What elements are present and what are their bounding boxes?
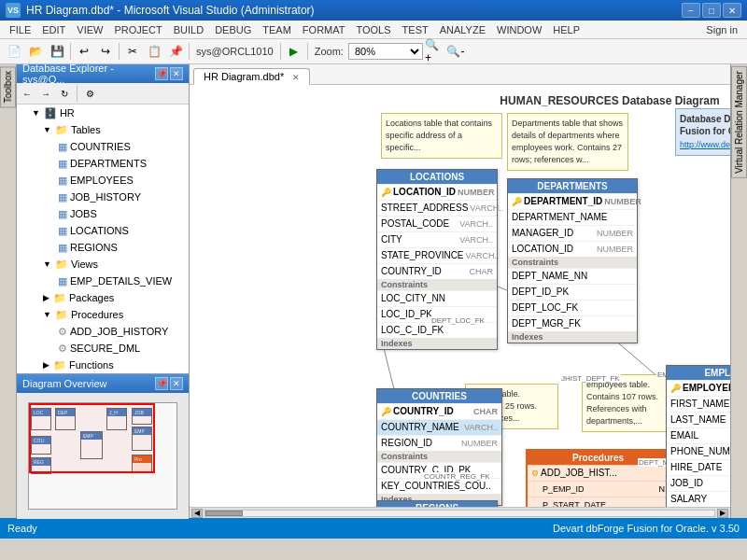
table-locations-state[interactable]: STATE_PROVINCE VARCH.. <box>377 247 497 263</box>
table-countries-id[interactable]: 🔑 COUNTRY_ID CHAR <box>377 403 501 419</box>
tree-item-tables[interactable]: ▼ 📁 Tables <box>17 121 189 138</box>
explorer-filter-button[interactable]: ⚙ <box>81 85 98 102</box>
open-button[interactable]: 📂 <box>25 42 46 61</box>
tab-hr-diagram-close[interactable]: ✕ <box>292 73 300 82</box>
tree-item-emp-details-view[interactable]: ▦ EMP_DETAILS_VIEW <box>17 273 189 289</box>
cut-button[interactable]: ✂ <box>122 42 143 61</box>
tree-item-locations[interactable]: ▦ LOCATIONS <box>17 222 189 239</box>
table-departments-manager[interactable]: MANAGER_ID NUMBER <box>508 225 637 241</box>
horizontal-scrollbar[interactable]: ◀ ▶ <box>190 507 730 518</box>
table-countries-name[interactable]: COUNTRY_NAME VARCH.. <box>377 419 501 435</box>
table-emp-salary[interactable]: SALARYNUMBER <box>667 491 730 507</box>
table-locations-location-id[interactable]: 🔑 LOCATION_ID NUMBER <box>377 184 497 200</box>
table-dept-const2[interactable]: DEPT_ID_PK <box>508 284 637 300</box>
tree-item-procedures[interactable]: ▼ 📁 Procedures <box>17 306 189 323</box>
table-emp-email[interactable]: EMAILVARCHAR2 <box>667 427 730 443</box>
table-emp-first-name[interactable]: FIRST_NAMEVARCHAR2 <box>667 396 730 412</box>
diagram-area[interactable]: HUMAN_RESOURCES Database Diagram <box>190 85 730 507</box>
panel-close-button[interactable]: ✕ <box>170 67 183 80</box>
toolbox-tab[interactable]: Toolbox <box>0 66 16 107</box>
menu-help[interactable]: HELP <box>547 22 585 37</box>
menu-tools[interactable]: TOOLS <box>350 22 396 37</box>
tree-item-countries[interactable]: ▦ COUNTRIES <box>17 138 189 155</box>
close-button[interactable]: ✕ <box>723 3 741 18</box>
scroll-left-button[interactable]: ◀ <box>191 509 203 518</box>
paste-button[interactable]: 📌 <box>165 42 186 61</box>
scroll-right-button[interactable]: ▶ <box>717 509 728 518</box>
table-dept-const3[interactable]: DEPT_LOC_FK <box>508 300 637 315</box>
tree-item-jobs[interactable]: ▦ JOBS <box>17 205 189 222</box>
table-locations-postal[interactable]: POSTAL_CODE VARCH.. <box>377 216 497 231</box>
proc-add-job[interactable]: ⚙ ADD_JOB_HIST... <box>528 465 669 481</box>
tree-item-hr[interactable]: ▼ 🗄️ HR <box>17 105 189 121</box>
signin-button[interactable]: Sign in <box>700 22 743 37</box>
table-employees[interactable]: EMPLOYEES 🔑 EMPLOYEE_ID NUMBER FIRST_NAM… <box>666 365 730 507</box>
tree-item-regions[interactable]: ▦ REGIONS <box>17 239 189 256</box>
tree-item-packages[interactable]: ▶ 📁 Packages <box>17 289 189 306</box>
explorer-back-button[interactable]: ← <box>19 85 35 102</box>
table-locations-const1[interactable]: LOC_CITY_NN <box>377 290 497 306</box>
table-emp-last-name[interactable]: LAST_NAMEVARCHAR2 <box>667 412 730 427</box>
table-locations-street[interactable]: STREET_ADDRESS VARCH.. <box>377 200 497 216</box>
table-departments-dept-id[interactable]: 🔑 DEPARTMENT_ID NUMBER <box>508 193 637 209</box>
panel-pin-button[interactable]: 📌 <box>155 67 168 80</box>
table-countries-region[interactable]: REGION_ID NUMBER <box>377 435 501 451</box>
overview-viewport[interactable] <box>29 403 155 473</box>
explorer-forward-button[interactable]: → <box>37 85 54 102</box>
overview-canvas[interactable]: LOC DEP COU REG <box>17 393 189 519</box>
menu-window[interactable]: WINDOW <box>491 22 547 37</box>
overview-minimap[interactable]: LOC DEP COU REG <box>28 402 177 510</box>
menu-debug[interactable]: DEBUG <box>209 22 257 37</box>
undo-button[interactable]: ↩ <box>74 42 94 61</box>
menu-team[interactable]: TEAM <box>257 22 297 37</box>
table-locations-city[interactable]: CITY VARCH.. <box>377 231 497 247</box>
menu-edit[interactable]: EDIT <box>36 22 71 37</box>
menu-test[interactable]: TEST <box>397 22 434 37</box>
tree-item-add-job-history[interactable]: ⚙ ADD_JOB_HISTORY <box>17 323 189 340</box>
scroll-thumb[interactable] <box>205 511 243 516</box>
menu-analyze[interactable]: ANALYZE <box>434 22 491 37</box>
table-emp-phone[interactable]: PHONE_NUMBERVARCHAR2 <box>667 443 730 459</box>
table-departments-name[interactable]: DEPARTMENT_NAME <box>508 209 637 225</box>
explorer-refresh-button[interactable]: ↻ <box>56 85 73 102</box>
maximize-button[interactable]: □ <box>702 3 721 18</box>
tree-item-views[interactable]: ▼ 📁 Views <box>17 256 189 273</box>
table-dept-const1[interactable]: DEPT_NAME_NN <box>508 268 637 284</box>
menu-view[interactable]: VIEW <box>71 22 108 37</box>
menu-project[interactable]: PROJECT <box>108 22 167 37</box>
zoom-out-button[interactable]: 🔍- <box>445 42 466 61</box>
proc-icon: ⚙ <box>531 467 539 480</box>
tree-item-departments[interactable]: ▦ DEPARTMENTS <box>17 155 189 172</box>
table-emp-hire-date[interactable]: HIRE_DATEDATE <box>667 459 730 475</box>
table-countries[interactable]: COUNTRIES 🔑 COUNTRY_ID CHAR COUNTRY_NAME… <box>376 388 502 506</box>
overview-close-button[interactable]: ✕ <box>170 377 183 390</box>
scroll-track[interactable] <box>204 510 715 517</box>
table-emp-job-id[interactable]: JOB_IDVARCHAR2 <box>667 475 730 491</box>
table-departments[interactable]: DEPARTMENTS 🔑 DEPARTMENT_ID NUMBER DEPAR… <box>507 178 638 343</box>
table-departments-location[interactable]: LOCATION_ID NUMBER <box>508 241 637 257</box>
zoom-select[interactable]: 80% 100% 150% 50% <box>348 43 423 60</box>
new-project-button[interactable]: 📄 <box>4 42 24 61</box>
minimize-button[interactable]: − <box>682 3 700 18</box>
toolbar-row-1: 📄 📂 💾 ↩ ↪ ✂ 📋 📌 sys@ORCL1010 ▶ Zoom: 80%… <box>4 41 743 62</box>
tree-item-secure-dml[interactable]: ⚙ SECURE_DML <box>17 340 189 357</box>
menu-file[interactable]: FILE <box>4 22 36 37</box>
overview-pin-button[interactable]: 📌 <box>155 377 168 390</box>
tab-hr-diagram[interactable]: HR Diagram.dbd* ✕ <box>193 68 310 85</box>
zoom-in-button[interactable]: 🔍+ <box>424 42 444 61</box>
info-box-url[interactable]: http://www.devart.com/dbforge/oracle/fus… <box>680 139 730 151</box>
run-button[interactable]: ▶ <box>284 42 304 61</box>
table-dept-const4[interactable]: DEPT_MGR_FK <box>508 315 637 331</box>
table-employees-emp-id[interactable]: 🔑 EMPLOYEE_ID NUMBER <box>667 380 730 396</box>
virtual-relation-manager-tab[interactable]: Virtual Relation Manager <box>731 66 747 178</box>
tree-item-job-history[interactable]: ▦ JOB_HISTORY <box>17 189 189 205</box>
table-regions[interactable]: REGIONS 🔑 REGION_ID NUMBER REGION_NAME V… <box>376 500 498 507</box>
tree-item-employees[interactable]: ▦ EMPLOYEES <box>17 172 189 189</box>
table-locations-country[interactable]: COUNTRY_ID CHAR <box>377 263 497 279</box>
menu-build[interactable]: BUILD <box>168 22 209 37</box>
menu-format[interactable]: FORMAT <box>297 22 351 37</box>
tree-item-functions[interactable]: ▶ 📁 Functions <box>17 357 189 373</box>
redo-button[interactable]: ↪ <box>95 42 116 61</box>
copy-button[interactable]: 📋 <box>144 42 164 61</box>
save-button[interactable]: 💾 <box>47 42 67 61</box>
